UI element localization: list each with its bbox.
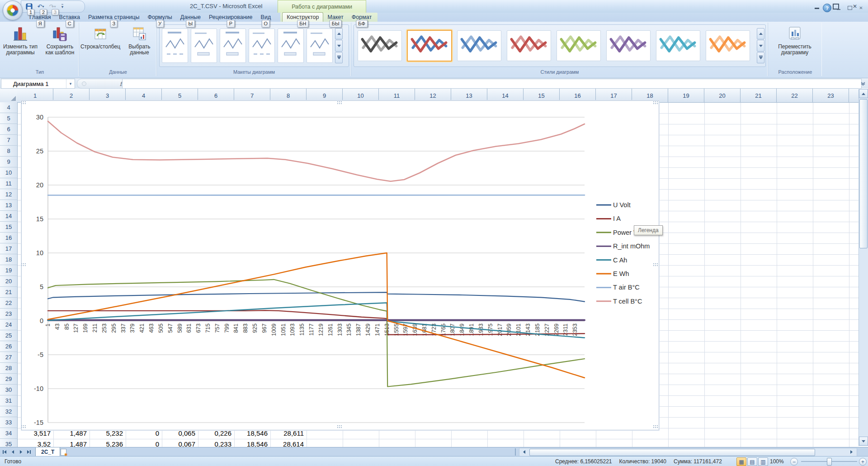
styles-more-button[interactable]: [757, 52, 764, 63]
chart-selection-handle[interactable]: [339, 425, 340, 426]
chart-selection-handle[interactable]: [23, 425, 24, 426]
row-header-25[interactable]: 25: [0, 330, 18, 341]
horizontal-scrollbar[interactable]: [519, 448, 857, 457]
row-header-21[interactable]: 21: [0, 287, 18, 298]
chart-selection-handle[interactable]: [655, 425, 656, 426]
chart-selection-handle[interactable]: [25, 101, 26, 102]
row-header-35[interactable]: 35: [0, 439, 18, 447]
cell-r35c7[interactable]: 18,546: [234, 439, 270, 447]
tab-Вид[interactable]: ВидО: [257, 13, 275, 22]
previous-sheet-button[interactable]: [9, 448, 16, 456]
formula-input[interactable]: [122, 79, 862, 89]
row-header-19[interactable]: 19: [0, 265, 18, 276]
cell-r35c6[interactable]: 0,233: [198, 439, 234, 447]
chart-selection-handle[interactable]: [25, 265, 26, 266]
column-header-22[interactable]: 22: [777, 89, 813, 103]
chart-selection-handle[interactable]: [22, 427, 22, 428]
chart-selection-handle[interactable]: [655, 265, 656, 266]
scroll-left-button[interactable]: [519, 448, 528, 456]
chart-selection-handle[interactable]: [657, 103, 658, 104]
legend-label-C Ah[interactable]: C Ah: [613, 257, 627, 264]
row-header-22[interactable]: 22: [0, 298, 18, 309]
tab-Макет[interactable]: МакетБЫ: [323, 13, 347, 22]
chart-layout-3-button[interactable]: [220, 29, 246, 63]
chart-selection-handle[interactable]: [341, 425, 342, 426]
tab-Конструктор[interactable]: КонструкторБН: [282, 12, 323, 22]
row-header-28[interactable]: 28: [0, 363, 18, 374]
expand-formula-bar-button[interactable]: [859, 80, 867, 87]
chart-selection-handle[interactable]: [653, 427, 654, 428]
row-header-18[interactable]: 18: [0, 254, 18, 265]
scroll-up-button[interactable]: [859, 89, 868, 98]
sheet-tab-2c-t[interactable]: 2C_T: [35, 447, 60, 456]
row-header-14[interactable]: 14: [0, 211, 18, 222]
insert-worksheet-button[interactable]: ✱: [58, 448, 69, 456]
page-layout-view-button[interactable]: ▤: [747, 457, 757, 466]
vertical-scroll-thumb[interactable]: [859, 99, 868, 248]
row-header-30[interactable]: 30: [0, 385, 18, 395]
chart-selection-handle[interactable]: [339, 427, 340, 428]
column-header-20[interactable]: 20: [704, 89, 741, 103]
move-chart-button[interactable]: Переместить диаграмму: [769, 23, 821, 56]
column-header-23[interactable]: 23: [813, 89, 849, 103]
row-header-24[interactable]: 24: [0, 319, 18, 330]
chart-selection-handle[interactable]: [653, 265, 654, 266]
chart-selection-handle[interactable]: [22, 263, 22, 264]
last-sheet-button[interactable]: [25, 448, 33, 456]
row-header-11[interactable]: 11: [0, 178, 18, 189]
row-header-29[interactable]: 29: [0, 374, 18, 385]
next-sheet-button[interactable]: [17, 448, 24, 456]
tab-Данные[interactable]: ДанныеЫ: [176, 13, 205, 22]
minimize-button[interactable]: [810, 2, 824, 10]
vertical-scrollbar[interactable]: [859, 89, 868, 446]
row-header-33[interactable]: 33: [0, 417, 18, 428]
chart-selection-handle[interactable]: [657, 101, 658, 102]
select-data-button[interactable]: Выбрать данные: [123, 23, 156, 56]
chart-selection-handle[interactable]: [25, 427, 26, 428]
chart-selection-handle[interactable]: [22, 425, 22, 426]
legend-label-U Volt[interactable]: U Volt: [613, 201, 631, 209]
row-header-27[interactable]: 27: [0, 352, 18, 363]
chart-selection-handle[interactable]: [337, 101, 338, 102]
qat-customize-button[interactable]: ▾: [59, 2, 66, 11]
tab-Вставка[interactable]: ВставкаС: [55, 13, 84, 22]
chart-style-8-button[interactable]: [706, 30, 750, 61]
layouts-scroll-up-button[interactable]: [335, 28, 343, 39]
chart-selection-handle[interactable]: [653, 101, 654, 102]
row-header-8[interactable]: 8: [0, 146, 18, 157]
chart-selection-handle[interactable]: [25, 103, 26, 104]
column-header-21[interactable]: 21: [741, 89, 777, 103]
zoom-in-button[interactable]: +: [859, 458, 867, 466]
chart-selection-handle[interactable]: [23, 103, 24, 104]
chart-selection-handle[interactable]: [23, 427, 24, 428]
cell-r35c8[interactable]: 28,614: [270, 439, 307, 447]
chart-selection-handle[interactable]: [25, 425, 26, 426]
row-header-10[interactable]: 10: [0, 167, 18, 178]
styles-scroll-down-button[interactable]: [757, 40, 764, 51]
zoom-level[interactable]: 100%: [770, 458, 784, 465]
row-header-12[interactable]: 12: [0, 189, 18, 200]
styles-scroll-up-button[interactable]: [757, 28, 764, 39]
row-header-32[interactable]: 32: [0, 406, 18, 417]
row-header-17[interactable]: 17: [0, 243, 18, 254]
page-break-view-button[interactable]: ▥: [758, 457, 768, 466]
chart-selection-handle[interactable]: [23, 263, 24, 264]
chart-selection-handle[interactable]: [339, 103, 340, 104]
chart-selection-handle[interactable]: [23, 265, 24, 266]
chart-selection-handle[interactable]: [655, 103, 656, 104]
legend-label-I A[interactable]: I A: [613, 215, 621, 222]
chart-selection-handle[interactable]: [337, 425, 338, 426]
legend-label-T air B°C[interactable]: T air B°C: [613, 284, 640, 291]
chart-selection-handle[interactable]: [22, 103, 22, 104]
chart-style-5-button[interactable]: [557, 30, 601, 61]
tab-Рецензирование[interactable]: РецензированиеР: [205, 13, 257, 22]
cell-r35c5[interactable]: 0,067: [162, 439, 198, 447]
chart-style-6-button[interactable]: [606, 30, 651, 61]
zoom-out-button[interactable]: −: [790, 458, 798, 466]
chart-selection-handle[interactable]: [22, 265, 22, 266]
chart-style-4-button[interactable]: [507, 30, 551, 61]
row-header-31[interactable]: 31: [0, 395, 18, 406]
chart-layout-4-button[interactable]: [249, 29, 275, 63]
row-header-7[interactable]: 7: [0, 135, 18, 146]
row-header-20[interactable]: 20: [0, 276, 18, 287]
